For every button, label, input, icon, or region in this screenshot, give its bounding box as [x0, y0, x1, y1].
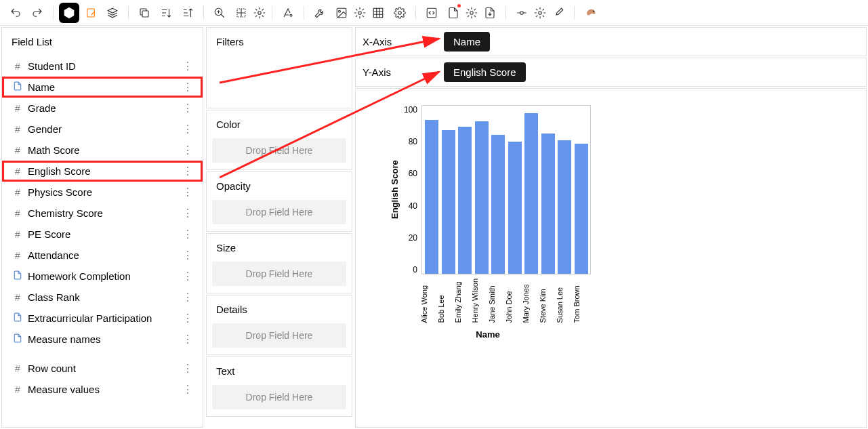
- redo-button[interactable]: [27, 3, 47, 23]
- field-item[interactable]: #English Score⋮: [2, 161, 203, 182]
- sort-desc-button[interactable]: [178, 3, 198, 23]
- field-label: Attendance: [28, 249, 180, 261]
- settings-button[interactable]: [390, 3, 410, 23]
- chart-bar[interactable]: [558, 140, 571, 274]
- layers-button[interactable]: [102, 3, 123, 23]
- opacity-header: Opacity: [207, 172, 352, 200]
- resize-settings-icon[interactable]: [253, 3, 266, 23]
- more-icon[interactable]: ⋮: [180, 165, 196, 178]
- field-item[interactable]: Extracurricular Participation⋮: [2, 308, 203, 329]
- field-label: Measure values: [28, 384, 180, 395]
- hash-icon: #: [12, 250, 24, 261]
- chart-bar[interactable]: [524, 113, 538, 274]
- y-tick: 20: [409, 233, 417, 243]
- cube-button[interactable]: [59, 3, 79, 23]
- field-label: PE Score: [28, 228, 180, 240]
- zoom-button[interactable]: [209, 3, 230, 23]
- field-item[interactable]: #Measure values⋮: [2, 379, 203, 400]
- filters-section[interactable]: Filters: [206, 27, 352, 108]
- chart-bar[interactable]: [475, 121, 489, 274]
- y-axis-chip[interactable]: English Score: [444, 62, 526, 82]
- more-icon[interactable]: ⋮: [180, 60, 196, 73]
- details-section: Details Drop Field Here: [206, 295, 352, 355]
- more-icon[interactable]: ⋮: [180, 333, 196, 346]
- more-icon[interactable]: ⋮: [180, 312, 196, 325]
- details-header: Details: [207, 295, 352, 323]
- wrench-button[interactable]: [310, 3, 330, 23]
- field-item[interactable]: Measure names⋮: [2, 329, 203, 350]
- x-axis-chip[interactable]: Name: [444, 32, 490, 52]
- field-label: English Score: [28, 165, 180, 177]
- x-axis-title: Name: [390, 329, 586, 340]
- hash-icon: #: [12, 124, 24, 135]
- table-button[interactable]: [368, 3, 388, 23]
- color-dropzone[interactable]: Drop Field Here: [212, 138, 346, 163]
- chart-bar[interactable]: [575, 144, 588, 274]
- image-button[interactable]: [331, 3, 352, 23]
- chart-bar[interactable]: [541, 134, 555, 274]
- more-icon[interactable]: ⋮: [180, 270, 196, 283]
- separator: [53, 6, 54, 20]
- download-button[interactable]: [480, 3, 500, 23]
- more-icon[interactable]: ⋮: [180, 144, 196, 157]
- more-icon[interactable]: ⋮: [180, 249, 196, 262]
- sort-button[interactable]: [156, 3, 176, 23]
- undo-button[interactable]: [5, 3, 26, 23]
- more-icon[interactable]: ⋮: [180, 102, 196, 115]
- bird-logo[interactable]: [580, 3, 603, 23]
- image-settings-icon[interactable]: [353, 3, 367, 23]
- hash-icon: #: [12, 384, 24, 395]
- text-dropzone[interactable]: Drop Field Here: [212, 385, 346, 409]
- x-axis-shelf[interactable]: X-Axis Name: [355, 27, 867, 56]
- y-axis-ticks: 100806040200: [404, 105, 421, 274]
- field-item[interactable]: #PE Score⋮: [2, 224, 203, 245]
- more-icon[interactable]: ⋮: [180, 207, 196, 220]
- note-button[interactable]: [81, 3, 101, 23]
- field-item[interactable]: #Gender⋮: [2, 119, 203, 140]
- more-icon[interactable]: ⋮: [180, 81, 196, 94]
- opacity-dropzone[interactable]: Drop Field Here: [212, 200, 346, 224]
- more-icon[interactable]: ⋮: [180, 228, 196, 241]
- chart-bar[interactable]: [508, 142, 522, 274]
- chart-bar[interactable]: [442, 130, 455, 274]
- notification-dot: [457, 4, 461, 7]
- field-item[interactable]: #Physics Score⋮: [2, 182, 203, 203]
- commit-button[interactable]: [512, 3, 532, 23]
- brush-button[interactable]: [548, 3, 569, 23]
- code-button[interactable]: [421, 3, 442, 23]
- y-tick: 100: [404, 105, 417, 115]
- more-icon[interactable]: ⋮: [180, 186, 196, 199]
- field-item[interactable]: #Attendance⋮: [2, 245, 203, 266]
- export-button[interactable]: [443, 3, 463, 23]
- field-item[interactable]: #Grade⋮: [2, 98, 203, 119]
- x-tick: Steve Kim: [539, 279, 547, 323]
- resize-button[interactable]: [231, 3, 251, 23]
- y-axis-shelf[interactable]: Y-Axis English Score: [355, 58, 867, 87]
- field-item[interactable]: #Class Rank⋮: [2, 287, 203, 308]
- field-label: Class Rank: [28, 291, 180, 303]
- size-dropzone[interactable]: Drop Field Here: [212, 262, 346, 286]
- details-dropzone[interactable]: Drop Field Here: [212, 323, 346, 348]
- more-icon[interactable]: ⋮: [180, 123, 196, 136]
- encodings-panel: Filters Color Drop Field Here Opacity Dr…: [206, 27, 352, 428]
- chart-bar[interactable]: [425, 120, 438, 274]
- field-label: Physics Score: [28, 186, 180, 198]
- chart-bar[interactable]: [458, 127, 472, 274]
- field-item[interactable]: Name⋮: [2, 77, 203, 98]
- field-label: Row count: [28, 363, 180, 374]
- field-item[interactable]: Homework Completion⋮: [2, 266, 203, 287]
- field-item[interactable]: #Row count⋮: [2, 358, 203, 379]
- dimension-icon: [12, 333, 24, 345]
- chart-bar[interactable]: [491, 135, 505, 274]
- copy-button[interactable]: [134, 3, 154, 23]
- field-item[interactable]: #Student ID⋮: [2, 56, 203, 77]
- export-settings-icon[interactable]: [465, 3, 478, 23]
- field-item[interactable]: #Math Score⋮: [2, 140, 203, 161]
- more-icon[interactable]: ⋮: [180, 291, 196, 304]
- format-button[interactable]: [278, 3, 298, 23]
- commit-settings-icon[interactable]: [533, 3, 547, 23]
- field-item[interactable]: #Chemistry Score⋮: [2, 203, 203, 224]
- field-list-header: Field List: [2, 28, 203, 56]
- more-icon[interactable]: ⋮: [180, 383, 196, 396]
- more-icon[interactable]: ⋮: [180, 362, 196, 375]
